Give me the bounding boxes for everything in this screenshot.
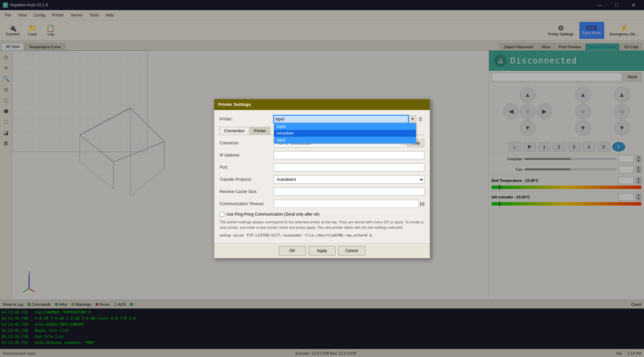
pingpong-checkbox[interactable] — [220, 212, 224, 217]
printer-input[interactable] — [274, 115, 408, 123]
dropdown-item-topol-2[interactable]: topol — [274, 137, 416, 143]
printer-dropdown-arrow[interactable]: ▼ — [409, 115, 416, 123]
connector-label: Connector: — [220, 141, 274, 145]
cancel-button[interactable]: Cancel — [338, 246, 365, 255]
command-text: nohup socat TCP-LISTEN:5577,reuseaddr fi… — [220, 233, 424, 238]
timeout-unit: [s] — [420, 201, 424, 206]
dialog-title-text: Printer Settings — [218, 102, 251, 107]
ok-button[interactable]: OK — [279, 246, 306, 255]
dialog-body: Printer: ▼ 🗑 topol innosilver topol — [214, 110, 430, 243]
timeout-label: Communication Timeout — [220, 201, 274, 206]
printer-delete-icon[interactable]: 🗑 — [417, 115, 424, 123]
printer-label: Printer: — [220, 117, 274, 121]
cache-input[interactable]: 127 — [274, 188, 424, 196]
timeout-row: Communication Timeout 40 [s] — [220, 200, 424, 208]
dropdown-item-innosilver[interactable]: innosilver — [274, 130, 416, 137]
info-text: The printer settings always correspond t… — [220, 219, 424, 230]
dialog-title: Printer Settings — [214, 99, 430, 110]
protocol-row: Transfer Protocol: Autodetect Binary ASC… — [220, 175, 424, 184]
dialog-tab-connection[interactable]: Connection — [220, 127, 249, 135]
printer-settings-dialog: Printer Settings Printer: ▼ 🗑 topol inno — [214, 99, 430, 258]
cache-row: Receive Cache Size: 127 — [220, 188, 424, 196]
dialog-overlay: Printer Settings Printer: ▼ 🗑 topol inno — [0, 0, 644, 357]
port-input[interactable]: 9999 — [274, 163, 424, 171]
ip-input[interactable]: 192.168.1.130 — [274, 151, 424, 159]
pingpong-row: Use Ping-Pong Communication (Send only a… — [220, 212, 424, 217]
dropdown-item-topol-1[interactable]: topol — [274, 123, 416, 130]
cache-label: Receive Cache Size: — [220, 189, 274, 194]
printer-row: Printer: ▼ 🗑 topol innosilver topol — [220, 115, 424, 123]
timeout-input[interactable]: 40 — [274, 200, 419, 208]
protocol-label: Transfer Protocol: — [220, 177, 274, 182]
dialog-tab-printer[interactable]: Printer — [250, 127, 270, 135]
dialog-footer: OK Apply Cancel — [214, 243, 430, 258]
port-label: Port: — [220, 165, 274, 170]
port-row: Port: 9999 — [220, 163, 424, 171]
pingpong-label[interactable]: Use Ping-Pong Communication (Send only a… — [226, 212, 319, 217]
protocol-select[interactable]: Autodetect Binary ASCII — [274, 175, 424, 184]
printer-dropdown-list: topol innosilver topol — [274, 123, 416, 144]
printer-select-container: ▼ 🗑 topol innosilver topol — [274, 115, 424, 123]
ip-label: IP Address: — [220, 153, 274, 158]
printer-input-row: ▼ 🗑 — [274, 115, 424, 123]
apply-button[interactable]: Apply — [308, 246, 336, 255]
ip-row: IP Address: 192.168.1.130 — [220, 151, 424, 159]
